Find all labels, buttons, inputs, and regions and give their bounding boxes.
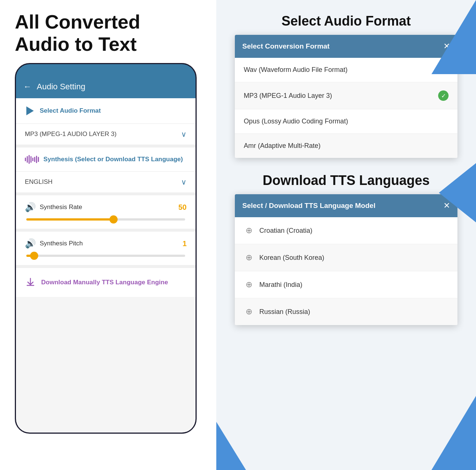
synthesis-pitch-section: 🔊 Synthesis Pitch 1 bbox=[16, 232, 196, 268]
format-opus-label: Opus (Lossy Audio Coding Format) bbox=[244, 118, 348, 125]
conversion-modal-header: Select Conversion Format ✕ bbox=[235, 35, 457, 58]
format-item-amr[interactable]: Amr (Adaptive Multi-Rate) bbox=[235, 134, 457, 158]
main-title-line1: All Converted bbox=[15, 11, 140, 33]
language-item-croatian[interactable]: ⊕ Croatian (Croatia) bbox=[235, 217, 457, 244]
language-item-korean[interactable]: ⊕ Korean (South Korea) bbox=[235, 244, 457, 271]
tts-section-title: Download TTS Languages bbox=[216, 173, 476, 188]
language-value: ENGLISH bbox=[25, 178, 53, 186]
format-mp3-label: MP3 (MPEG-1 Audio Layer 3) bbox=[244, 92, 332, 100]
chevron-down-icon: ∨ bbox=[181, 130, 187, 139]
conversion-format-modal: Select Conversion Format ✕ Wav (Waveform… bbox=[235, 35, 457, 158]
language-croatian-label: Croatian (Croatia) bbox=[259, 227, 312, 235]
format-item-wav[interactable]: Wav (Waveform Audio File Format) bbox=[235, 58, 457, 82]
synthesis-pitch-slider[interactable] bbox=[26, 255, 185, 257]
language-dropdown[interactable]: ENGLISH ∨ bbox=[16, 172, 196, 195]
speaker-pitch-icon: 🔊 bbox=[25, 238, 36, 249]
synthesis-label: Synthesis (Select or Download TTS Langua… bbox=[43, 156, 183, 163]
audio-format-value: MP3 (MPEG-1 AUDIO LAYER 3) bbox=[25, 130, 116, 138]
download-icon bbox=[25, 277, 36, 288]
globe-icon-croatian: ⊕ bbox=[244, 225, 254, 236]
synthesis-rate-label: Synthesis Rate bbox=[40, 203, 82, 211]
main-title: All Converted Audio to Text bbox=[15, 11, 140, 56]
synthesis-pitch-label: Synthesis Pitch bbox=[40, 240, 83, 247]
synthesis-rate-section: 🔊 Synthesis Rate 50 bbox=[16, 195, 196, 232]
phone-status-bar bbox=[16, 64, 196, 75]
language-chevron-icon: ∨ bbox=[181, 178, 187, 186]
language-item-russian[interactable]: ⊕ Russian (Russia) bbox=[235, 298, 457, 325]
left-section: All Converted Audio to Text ← Audio Sett… bbox=[0, 0, 215, 470]
tts-modal: Select / Download TTS Language Model ✕ ⊕… bbox=[235, 194, 457, 325]
tts-section: Download TTS Languages Select / Download… bbox=[216, 173, 476, 325]
format-item-mp3[interactable]: MP3 (MPEG-1 Audio Layer 3) ✓ bbox=[235, 82, 457, 109]
format-wav-label: Wav (Waveform Audio File Format) bbox=[244, 66, 348, 74]
synthesis-rate-slider[interactable] bbox=[26, 218, 185, 221]
globe-icon-marathi: ⊕ bbox=[244, 279, 254, 290]
language-marathi-label: Marathi (India) bbox=[259, 281, 302, 289]
download-section[interactable]: Download Manually TTS Language Engine bbox=[16, 268, 196, 297]
right-section: Select Audio Format Select Conversion Fo… bbox=[216, 0, 476, 470]
phone-mockup: ← Audio Setting Select Audio Format MP3 … bbox=[15, 63, 197, 434]
audio-format-section-title: Select Audio Format bbox=[216, 0, 476, 29]
format-amr-label: Amr (Adaptive Multi-Rate) bbox=[244, 142, 321, 150]
tts-modal-close-button[interactable]: ✕ bbox=[443, 201, 450, 211]
select-audio-format-label: Select Audio Format bbox=[40, 107, 101, 115]
audio-format-dropdown[interactable]: MP3 (MPEG-1 AUDIO LAYER 3) ∨ bbox=[16, 124, 196, 148]
blue-shape-bottom-left bbox=[216, 422, 246, 470]
tts-modal-header: Select / Download TTS Language Model ✕ bbox=[235, 194, 457, 217]
wave-icon bbox=[25, 155, 39, 164]
phone-header: ← Audio Setting bbox=[16, 75, 196, 98]
selected-check-icon: ✓ bbox=[438, 90, 449, 101]
language-item-marathi[interactable]: ⊕ Marathi (India) bbox=[235, 271, 457, 298]
language-russian-label: Russian (Russia) bbox=[259, 308, 310, 316]
select-audio-format-row: Select Audio Format bbox=[16, 98, 196, 124]
language-korean-label: Korean (South Korea) bbox=[259, 254, 324, 262]
back-arrow-icon[interactable]: ← bbox=[23, 82, 32, 92]
synthesis-pitch-value: 1 bbox=[183, 239, 187, 248]
main-title-line2: Audio to Text bbox=[15, 33, 137, 55]
download-label: Download Manually TTS Language Engine bbox=[41, 279, 168, 286]
format-item-opus[interactable]: Opus (Lossy Audio Coding Format) bbox=[235, 109, 457, 134]
speaker-rate-icon: 🔊 bbox=[25, 202, 36, 212]
tts-modal-title: Select / Download TTS Language Model bbox=[242, 202, 375, 210]
synthesis-row: Synthesis (Select or Download TTS Langua… bbox=[16, 148, 196, 172]
blue-shape-bottom-right bbox=[431, 396, 476, 470]
play-icon bbox=[25, 106, 35, 116]
synthesis-rate-value: 50 bbox=[178, 203, 187, 212]
phone-content: Select Audio Format MP3 (MPEG-1 AUDIO LA… bbox=[16, 98, 196, 433]
globe-icon-russian: ⊕ bbox=[244, 307, 254, 317]
conversion-modal-title: Select Conversion Format bbox=[242, 42, 329, 50]
globe-icon-korean: ⊕ bbox=[244, 252, 254, 263]
phone-header-title: Audio Setting bbox=[37, 82, 85, 92]
